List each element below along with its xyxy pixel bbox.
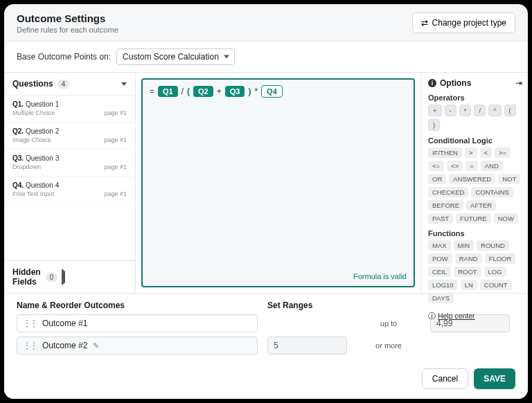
formula-editor[interactable]: = Q1 / ( Q2 + Q3 ) * Q4 Formula is valid	[141, 78, 415, 287]
question-title: Question 2	[26, 127, 59, 135]
paren-close: )	[248, 87, 251, 96]
func-pill[interactable]: DAYS	[428, 293, 454, 303]
question-title: Question 1	[26, 100, 59, 108]
cond-pill[interactable]: PAST	[428, 213, 453, 224]
outcome-name-cell[interactable]: ⋮⋮ Outcome #1	[17, 314, 258, 332]
cond-pill[interactable]: >=	[495, 147, 511, 158]
drag-handle-icon[interactable]: ⋮⋮	[23, 319, 37, 328]
question-item[interactable]: Q2. Question 2 Image Choice page #1	[4, 123, 135, 150]
question-page: page #1	[104, 190, 127, 197]
cond-pill[interactable]: BEFORE	[428, 200, 463, 211]
cond-pill[interactable]: CHECKED	[428, 187, 468, 197]
collapse-panel-icon[interactable]: ⇥	[515, 78, 522, 88]
help-center: ⓘ Help center	[428, 312, 521, 321]
chevron-right-icon	[62, 269, 127, 285]
outcomes-name-header: Name & Reorder Outcomes	[17, 301, 267, 310]
operator-pill[interactable]: )	[428, 119, 440, 131]
operators-group: + - * / ^ ( )	[428, 105, 521, 131]
questions-header[interactable]: Questions 4	[4, 73, 135, 96]
question-number: Q3.	[12, 154, 24, 162]
token-q3[interactable]: Q3	[225, 86, 245, 97]
question-page: page #1	[104, 163, 127, 170]
operator-pill[interactable]: /	[474, 105, 486, 116]
cond-pill[interactable]: FUTURE	[456, 213, 491, 224]
footer: Cancel SAVE	[4, 361, 528, 399]
help-center-link[interactable]: Help center	[438, 312, 475, 320]
cond-pill[interactable]: =	[466, 161, 478, 171]
range-from-input[interactable]: 5	[267, 337, 347, 355]
pencil-icon[interactable]: ✎	[93, 341, 99, 350]
func-pill[interactable]: LOG	[484, 267, 506, 277]
options-panel: ⇥ i Options Operators + - * / ^ ( ) Cond…	[420, 73, 528, 293]
func-pill[interactable]: FLOOR	[485, 253, 516, 264]
cond-pill[interactable]: <>	[447, 161, 463, 171]
range-upto-label: up to	[347, 319, 430, 328]
operator-pill[interactable]: -	[445, 105, 456, 116]
help-icon: ⓘ	[428, 312, 438, 320]
question-item[interactable]: Q1. Question 1 Multiple Choice page #1	[4, 96, 135, 123]
func-pill[interactable]: POW	[428, 253, 452, 264]
func-pill[interactable]: MAX	[428, 240, 451, 251]
save-button[interactable]: SAVE	[474, 368, 515, 389]
change-project-type-label: Change project type	[432, 18, 506, 28]
cond-pill[interactable]: <	[480, 147, 493, 158]
cond-pill[interactable]: CONTAINS	[471, 187, 513, 197]
equals-sign: =	[150, 87, 154, 96]
operator-pill[interactable]: +	[428, 105, 442, 116]
cond-pill[interactable]: AFTER	[466, 200, 496, 211]
operator-pill[interactable]: ^	[488, 105, 501, 116]
cond-pill[interactable]: NOT	[498, 174, 520, 184]
questions-title: Questions	[12, 79, 53, 89]
cond-pill[interactable]: AND	[481, 161, 503, 171]
outcome-name-cell[interactable]: ⋮⋮ Outcome #2 ✎	[17, 337, 258, 355]
cond-pill[interactable]: >	[465, 147, 477, 158]
conditional-heading: Conditional Logic	[428, 136, 521, 145]
range-ormore-label: or more	[347, 341, 430, 350]
app-window: Outcome Settings Define rules for each o…	[4, 4, 528, 399]
question-title: Question 3	[26, 154, 59, 162]
func-pill[interactable]: MIN	[454, 240, 474, 251]
question-item[interactable]: Q3. Question 3 Dropdown page #1	[4, 150, 135, 177]
info-icon: i	[428, 79, 436, 87]
token-q2[interactable]: Q2	[193, 86, 213, 97]
conditional-group: IF/THEN > < >= <= <> = AND OR ANSWERED N…	[428, 147, 521, 224]
swap-icon: ⇄	[421, 18, 428, 28]
func-pill[interactable]: LN	[461, 280, 477, 290]
questions-list: Q1. Question 1 Multiple Choice page #1 Q…	[4, 96, 135, 260]
cond-pill[interactable]: ANSWERED	[449, 174, 495, 184]
functions-heading: Functions	[428, 229, 521, 238]
questions-count-badge: 4	[57, 80, 70, 89]
base-label: Base Outcome Points on:	[17, 52, 111, 62]
base-select[interactable]: Custom Score Calculation	[116, 48, 235, 65]
hidden-fields-header[interactable]: Hidden Fields 0	[4, 260, 135, 293]
func-pill[interactable]: ROOT	[454, 267, 481, 277]
func-pill[interactable]: COUNT	[480, 280, 512, 290]
token-q4[interactable]: Q4	[261, 85, 283, 98]
outcome-row: ⋮⋮ Outcome #2 ✎ 5 or more	[17, 337, 515, 355]
page-title: Outcome Settings	[17, 12, 118, 24]
formula-line: = Q1 / ( Q2 + Q3 ) * Q4	[150, 85, 407, 98]
question-number: Q2.	[12, 127, 24, 135]
func-pill[interactable]: RAND	[455, 253, 482, 264]
base-bar: Base Outcome Points on: Custom Score Cal…	[4, 42, 528, 73]
change-project-type-button[interactable]: ⇄ Change project type	[412, 12, 515, 33]
func-pill[interactable]: CEIL	[428, 267, 451, 277]
cond-pill[interactable]: OR	[428, 174, 446, 184]
cond-pill[interactable]: IF/THEN	[428, 147, 462, 158]
paren-open: (	[187, 87, 190, 96]
question-item[interactable]: Q4. Question 4 Free Text Input page #1	[4, 177, 135, 204]
cond-pill[interactable]: <=	[428, 161, 444, 171]
func-pill[interactable]: LOG10	[428, 280, 458, 290]
func-pill[interactable]: ROUND	[477, 240, 509, 251]
op-plus: +	[217, 87, 222, 96]
page-subtitle: Define rules for each outcome	[17, 26, 118, 34]
main-area: Questions 4 Q1. Question 1 Multiple Choi…	[4, 73, 528, 293]
cond-pill[interactable]: NOW	[494, 213, 518, 224]
operator-pill[interactable]: (	[504, 105, 516, 116]
operator-pill[interactable]: *	[459, 105, 472, 116]
question-title: Question 4	[26, 181, 59, 189]
drag-handle-icon[interactable]: ⋮⋮	[23, 341, 37, 350]
hidden-fields-title: Hidden Fields	[12, 267, 42, 287]
cancel-button[interactable]: Cancel	[422, 368, 468, 389]
token-q1[interactable]: Q1	[158, 86, 178, 97]
